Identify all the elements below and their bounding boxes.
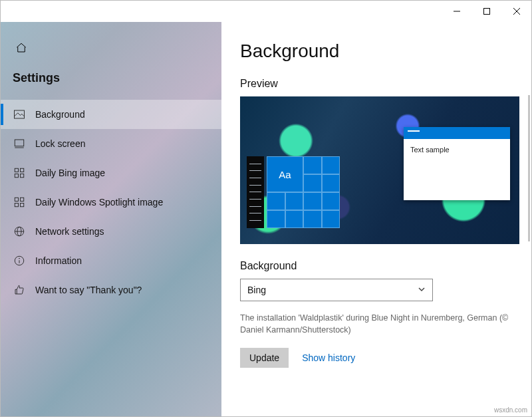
svg-rect-1 xyxy=(483,9,489,15)
action-row: Update Show history xyxy=(240,348,518,368)
sidebar-item-label: Want to say "Thank you"? xyxy=(35,285,142,295)
body: Settings Background Lock screen xyxy=(1,22,531,416)
svg-rect-13 xyxy=(15,204,18,207)
svg-rect-7 xyxy=(15,168,18,172)
preview-sample-window: Text sample xyxy=(404,127,510,200)
sidebar-item-thank-you[interactable]: Want to say "Thank you"? xyxy=(1,275,221,305)
sidebar-item-information[interactable]: Information xyxy=(1,246,221,275)
svg-rect-9 xyxy=(15,174,18,178)
background-select-value: Bing xyxy=(247,285,266,295)
preview-start-menu: Aa xyxy=(267,156,340,228)
background-select[interactable]: Bing xyxy=(240,279,433,301)
svg-rect-10 xyxy=(21,174,24,178)
image-caption: The installation 'Waldplastik' during Bl… xyxy=(240,312,519,336)
desktop-preview: Aa Text sample xyxy=(240,96,519,244)
scrollbar[interactable] xyxy=(528,95,530,241)
app-window: Settings Background Lock screen xyxy=(0,0,532,417)
main-content: Background Preview Aa Text sample Backgr… xyxy=(221,22,531,416)
svg-rect-8 xyxy=(21,168,24,172)
svg-rect-5 xyxy=(15,140,24,146)
preview-aa-text: Aa xyxy=(267,156,303,192)
sidebar-item-daily-bing[interactable]: Daily Bing image xyxy=(1,158,221,188)
image-icon xyxy=(13,108,26,121)
sidebar-item-network-settings[interactable]: Network settings xyxy=(1,217,221,246)
sidebar-item-label: Network settings xyxy=(35,226,104,237)
sidebar-item-label: Information xyxy=(35,255,82,266)
grid-icon xyxy=(13,166,26,180)
svg-rect-11 xyxy=(15,198,18,201)
info-icon xyxy=(13,254,26,267)
sidebar: Settings Background Lock screen xyxy=(1,22,221,416)
thumbs-up-icon xyxy=(13,283,26,297)
grid-icon xyxy=(13,196,26,209)
sidebar-item-background[interactable]: Background xyxy=(1,100,221,129)
globe-icon xyxy=(13,225,26,238)
watermark: wsxdn.com xyxy=(494,406,527,414)
settings-heading: Settings xyxy=(13,71,221,85)
svg-rect-12 xyxy=(21,198,24,201)
preview-label: Preview xyxy=(240,78,518,90)
maximize-button[interactable] xyxy=(471,1,501,22)
chevron-down-icon xyxy=(418,285,426,295)
svg-point-20 xyxy=(19,258,20,259)
svg-rect-14 xyxy=(21,204,24,207)
sidebar-item-label: Background xyxy=(35,109,85,120)
show-history-link[interactable]: Show history xyxy=(302,352,355,363)
sidebar-item-label: Daily Bing image xyxy=(35,168,105,178)
update-button[interactable]: Update xyxy=(240,348,289,368)
preview-taskbar xyxy=(247,156,264,228)
preview-sample-text: Text sample xyxy=(410,146,450,154)
sidebar-item-label: Lock screen xyxy=(35,138,85,149)
home-button[interactable] xyxy=(15,42,221,57)
lock-screen-icon xyxy=(13,137,26,150)
page-title: Background xyxy=(240,41,518,62)
minimize-button[interactable] xyxy=(442,1,471,22)
sidebar-item-lock-screen[interactable]: Lock screen xyxy=(1,129,221,158)
titlebar xyxy=(1,1,531,22)
background-select-label: Background xyxy=(240,260,518,272)
nav-list: Background Lock screen Daily Bing image xyxy=(1,100,221,305)
close-button[interactable] xyxy=(501,1,531,22)
sidebar-item-label: Daily Windows Spotlight image xyxy=(35,197,163,208)
sidebar-item-daily-spotlight[interactable]: Daily Windows Spotlight image xyxy=(1,188,221,217)
